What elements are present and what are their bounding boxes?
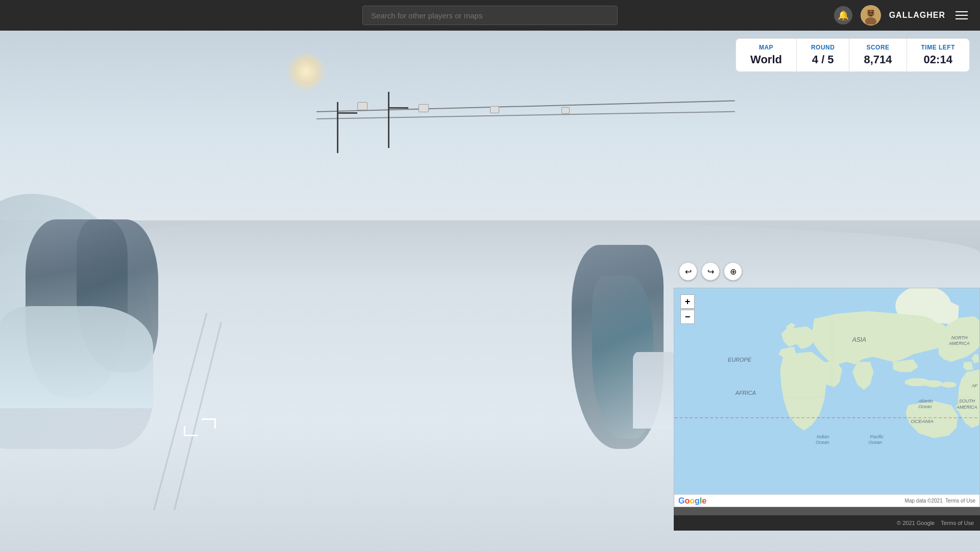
map-footer: Google Map data ©2021 Terms of Use [674, 494, 979, 507]
ski-lift-pole-2 [388, 92, 389, 148]
map-view[interactable]: EUROPE ASIA AFRICA NORTH AMERICA SOUTH A… [674, 288, 980, 507]
map-attribution: Map data ©2021 Terms of Use [905, 498, 975, 504]
menu-line-2 [955, 15, 968, 16]
svg-point-8 [924, 380, 943, 387]
svg-text:AMERICA: AMERICA [956, 405, 977, 410]
zoom-controls: + − [680, 294, 695, 324]
svg-point-4 [871, 12, 873, 14]
svg-text:Atlantic: Atlantic [918, 398, 934, 404]
back-icon: ↩ [685, 267, 692, 277]
svg-text:NORTH: NORTH [951, 335, 968, 340]
ski-lift-arm-1 [337, 112, 357, 114]
map-nav-controls: ↩ ↪ ⊕ [679, 262, 742, 281]
svg-text:Ocean: Ocean [918, 404, 932, 409]
terms-link[interactable]: Terms of Use [941, 520, 974, 526]
menu-line-3 [955, 18, 968, 19]
world-map-svg: EUROPE ASIA AFRICA NORTH AMERICA SOUTH A… [674, 288, 979, 507]
forward-icon: ↪ [707, 267, 714, 277]
map-label: MAP [750, 44, 782, 51]
map-cell: MAP World [736, 39, 797, 71]
svg-point-9 [941, 382, 957, 388]
search-input[interactable] [362, 6, 618, 25]
menu-line-1 [955, 11, 968, 12]
nav-right: 🔔 GALLAGHER [834, 5, 970, 26]
time-label: TIME LEFT [921, 44, 955, 51]
svg-text:Indian: Indian [817, 434, 829, 439]
map-back-button[interactable]: ↩ [679, 262, 697, 281]
search-container [362, 6, 618, 25]
svg-point-3 [868, 12, 870, 14]
score-value: 8,714 [864, 53, 892, 66]
avatar-image [862, 6, 880, 24]
bell-icon: 🔔 [838, 10, 849, 21]
svg-text:EUROPE: EUROPE [728, 357, 752, 363]
gondola-4 [561, 107, 570, 114]
gondola-2 [419, 104, 429, 112]
expand-mark-bl [184, 426, 198, 436]
google-logo: Google [678, 496, 706, 506]
svg-text:SOUTH: SOUTH [959, 398, 975, 404]
svg-text:OCEANIA: OCEANIA [911, 418, 934, 424]
map-container: ↩ ↪ ⊕ [674, 288, 980, 531]
navbar: 🔔 GALLAGHER [0, 0, 980, 31]
round-cell: ROUND 4 / 5 [797, 39, 850, 71]
menu-button[interactable] [953, 9, 970, 21]
snow-clump-left [0, 306, 153, 408]
sun-flare [286, 51, 327, 92]
bottom-bar: © 2021 Google Terms of Use [674, 515, 980, 531]
svg-text:AMERICA: AMERICA [948, 341, 970, 346]
notification-button[interactable]: 🔔 [834, 6, 852, 24]
svg-text:AFRICA: AFRICA [735, 390, 756, 396]
copyright-label: © 2021 Google [897, 520, 935, 526]
avatar [861, 5, 881, 26]
resize-icon: ⊕ [730, 267, 737, 277]
ski-lift-pole-1 [337, 102, 338, 153]
map-resize-button[interactable]: ⊕ [724, 262, 742, 281]
score-cell: SCORE 8,714 [849, 39, 906, 71]
gondola-1 [357, 102, 368, 110]
gondola-3 [490, 106, 499, 113]
info-panel: MAP World ROUND 4 / 5 SCORE 8,714 TIME L… [736, 38, 970, 72]
svg-text:Ocean: Ocean [816, 440, 829, 445]
round-value: 4 / 5 [811, 53, 835, 66]
username-label: GALLAGHER [889, 11, 945, 20]
svg-text:ASIA: ASIA [852, 336, 866, 343]
map-forward-button[interactable]: ↪ [701, 262, 720, 281]
time-cell: TIME LEFT 02:14 [907, 39, 970, 71]
score-label: SCORE [864, 44, 892, 51]
svg-text:Pacific: Pacific [870, 434, 884, 439]
zoom-in-button[interactable]: + [680, 294, 695, 309]
time-value: 02:14 [921, 53, 955, 66]
svg-text:Ocean: Ocean [869, 440, 882, 445]
expand-mark-tr [202, 418, 216, 429]
zoom-out-button[interactable]: − [680, 310, 695, 324]
map-value: World [750, 53, 782, 66]
svg-text:AF: AF [971, 383, 978, 388]
round-label: ROUND [811, 44, 835, 51]
